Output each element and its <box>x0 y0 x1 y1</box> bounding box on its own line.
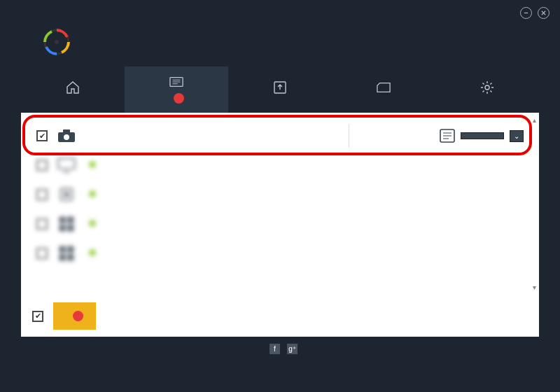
monitor-icon <box>57 158 76 173</box>
status-bar: f g⁺ <box>0 337 560 361</box>
tab-backup[interactable] <box>228 66 332 113</box>
checkbox[interactable] <box>36 218 48 230</box>
driver-row[interactable]: ⌄ <box>32 121 528 150</box>
svg-rect-24 <box>59 225 66 231</box>
driver-title <box>85 189 524 200</box>
download-bar <box>21 295 539 337</box>
tab-driver-updates[interactable] <box>125 66 228 113</box>
svg-rect-27 <box>67 246 74 253</box>
scroll-down-icon[interactable]: ▾ <box>533 284 536 291</box>
scroll-up-icon[interactable]: ▴ <box>533 116 536 124</box>
minimize-button[interactable] <box>520 7 532 19</box>
windows-icon <box>57 246 76 261</box>
tab-restore[interactable] <box>332 66 435 113</box>
status-ok-icon <box>89 161 96 168</box>
checkbox[interactable] <box>36 248 48 259</box>
download-install-button[interactable] <box>53 302 96 330</box>
driver-row[interactable] <box>32 209 528 239</box>
driver-title <box>85 160 524 170</box>
driver-title <box>85 248 514 258</box>
main-tabs <box>0 66 560 113</box>
svg-rect-12 <box>63 130 70 133</box>
tab-settings[interactable] <box>435 66 539 113</box>
svg-rect-18 <box>58 158 75 169</box>
checkbox[interactable] <box>36 160 48 171</box>
svg-point-4 <box>55 40 59 44</box>
update-button[interactable] <box>461 132 504 139</box>
checkbox[interactable] <box>36 130 48 141</box>
driver-list: ⌄ <box>21 113 539 295</box>
update-dropdown[interactable]: ⌄ <box>510 130 524 142</box>
audio-icon <box>57 187 76 202</box>
restore-icon <box>377 81 391 94</box>
divider <box>349 124 349 148</box>
brand-header <box>0 22 560 66</box>
facebook-icon[interactable]: f <box>270 344 280 354</box>
driver-row[interactable] <box>32 150 528 180</box>
updates-icon <box>169 76 183 88</box>
camera-icon <box>57 128 76 144</box>
select-all-checkbox[interactable] <box>32 311 43 322</box>
status-ok-icon <box>89 220 96 227</box>
home-icon <box>66 81 80 94</box>
svg-rect-28 <box>59 254 66 260</box>
svg-point-21 <box>64 192 69 197</box>
close-button[interactable] <box>538 7 550 19</box>
svg-rect-22 <box>59 217 66 223</box>
googleplus-icon[interactable]: g⁺ <box>287 344 298 354</box>
svg-point-10 <box>485 85 489 90</box>
status-ok-icon <box>89 249 96 256</box>
details-icon[interactable] <box>440 129 455 143</box>
svg-rect-29 <box>67 254 74 260</box>
svg-rect-25 <box>67 225 74 231</box>
svg-rect-23 <box>67 217 74 223</box>
backup-icon <box>273 81 287 94</box>
driver-row[interactable] <box>32 239 528 268</box>
driver-title <box>85 218 514 229</box>
driver-row[interactable] <box>32 180 528 209</box>
windows-icon <box>57 216 76 232</box>
app-logo-icon <box>42 27 71 57</box>
updates-badge <box>174 93 184 104</box>
svg-point-13 <box>64 134 69 140</box>
download-count-badge <box>73 311 83 321</box>
checkbox[interactable] <box>36 189 48 200</box>
gear-icon <box>480 81 494 94</box>
driver-list-panel: ⌄ <box>21 113 539 337</box>
svg-rect-26 <box>59 246 66 253</box>
scrollbar[interactable]: ▴ ▾ <box>528 113 539 295</box>
tab-home[interactable] <box>21 66 125 113</box>
status-ok-icon <box>89 190 96 197</box>
